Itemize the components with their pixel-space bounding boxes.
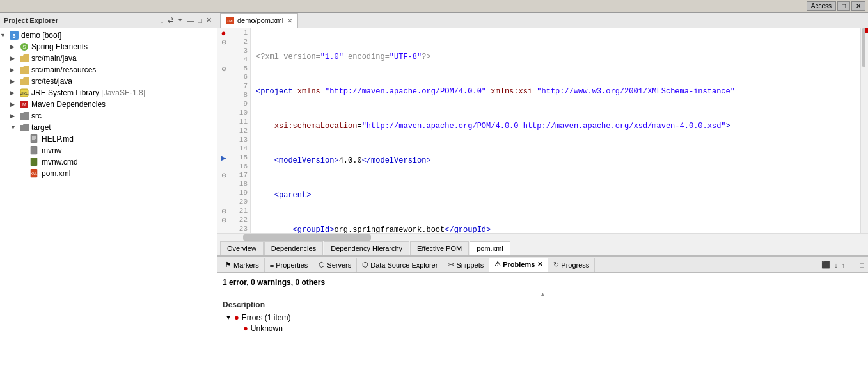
- close-button[interactable]: ✕: [851, 1, 865, 11]
- new-button[interactable]: ✦: [176, 16, 184, 24]
- problems-minimize-button[interactable]: —: [848, 261, 857, 269]
- pom-tab-effective-pom[interactable]: Effective POM: [410, 241, 469, 256]
- maven-icon: M: [19, 99, 29, 110]
- gutter-13: [217, 135, 230, 144]
- bottom-tab-snippets[interactable]: ✂ Snippets: [443, 258, 489, 272]
- problems-collapse-button[interactable]: ↓: [833, 261, 839, 269]
- tree-arrow-src-main-resources[interactable]: ▶: [10, 67, 19, 73]
- svg-text:XML: XML: [31, 172, 38, 175]
- gutter-fold-5[interactable]: ⊖: [217, 65, 230, 74]
- pom-tab-dependencies[interactable]: Dependencies: [264, 241, 323, 256]
- code-line-2: <project xmlns="http://maven.apache.org/…: [256, 86, 855, 97]
- problems-maximize-button[interactable]: □: [858, 261, 865, 269]
- tree-item-target[interactable]: ▼ target: [0, 122, 217, 133]
- bottom-tab-servers[interactable]: ⬡ Servers: [313, 258, 357, 272]
- tree-arrow-maven-deps[interactable]: ▶: [10, 101, 19, 108]
- bottom-tab-markers[interactable]: ⚑ Markers: [220, 258, 265, 272]
- tree-item-src-main-java[interactable]: ▶ src/main/java: [0, 53, 217, 64]
- pom-tab-dependency-hierarchy[interactable]: Dependency Hierarchy: [324, 241, 409, 256]
- spring-icon: S: [19, 42, 29, 52]
- tree-item-mvnw[interactable]: ▶ mvnw: [0, 145, 217, 156]
- editor-tab-pomxml[interactable]: XML demo/pom.xml ✕: [220, 13, 298, 28]
- gutter-fold-21[interactable]: ⊖: [217, 206, 230, 215]
- horizontal-scrollbar[interactable]: [217, 233, 868, 241]
- gutter-8: [217, 91, 230, 100]
- gutter-11: [217, 118, 230, 127]
- panel-actions: ↓ ⇄ ✦ — □ ✕: [159, 16, 213, 24]
- tree-item-mvnwcmd[interactable]: ▶ mvnw.cmd: [0, 156, 217, 168]
- gutter-9: [217, 100, 230, 109]
- errors-expand-arrow[interactable]: ▼: [225, 314, 232, 321]
- datasource-icon: ⬡: [362, 261, 368, 269]
- gutter-fold-17[interactable]: ⊖: [217, 171, 230, 180]
- tree-arrow-target[interactable]: ▼: [10, 124, 19, 131]
- bottom-tab-properties[interactable]: ≡ Properties: [265, 258, 314, 272]
- error-item-icon: ●: [243, 323, 248, 333]
- gutter-fold-22[interactable]: ⊖: [217, 215, 230, 224]
- tree-item-jre[interactable]: ▶ JRE JRE System Library [JavaSE-1.8]: [0, 87, 217, 99]
- gutter-6: [217, 73, 230, 82]
- vertical-scrollbar[interactable]: [860, 28, 868, 233]
- problems-icon: ⚠: [494, 260, 501, 268]
- pom-tab-overview[interactable]: Overview: [220, 241, 264, 256]
- line-num-8: 8: [230, 90, 250, 99]
- tree-item-demo[interactable]: ▼ 5 demo [boot]: [0, 29, 217, 41]
- code-editor[interactable]: ● ⊖ ⊖ ▶ ⊖ ⊖ ⊖: [217, 28, 868, 233]
- svg-rect-12: [31, 146, 37, 154]
- pom-tab-pomxml[interactable]: pom.xml: [470, 241, 510, 256]
- minimize-panel-button[interactable]: —: [185, 16, 195, 24]
- svg-text:XML: XML: [227, 19, 234, 23]
- tree-arrow-src-test-java[interactable]: ▶: [10, 78, 19, 85]
- code-lines[interactable]: <?xml version="1.0" encoding="UTF-8"?> <…: [251, 28, 860, 233]
- problems-filter-button[interactable]: ⬛: [820, 261, 832, 269]
- tree-arrow-demo[interactable]: ▼: [0, 32, 9, 38]
- folder-test-icon: [19, 76, 29, 86]
- maximize-panel-button[interactable]: □: [196, 16, 203, 24]
- datasource-label: Data Source Explorer: [370, 261, 438, 269]
- code-line-5: <parent>: [256, 190, 855, 201]
- bottom-tab-progress[interactable]: ↻ Progress: [548, 258, 595, 272]
- snippets-label: Snippets: [456, 261, 484, 269]
- access-button[interactable]: Access: [807, 1, 836, 11]
- collapse-all-button[interactable]: ↓: [159, 16, 166, 24]
- maximize-button[interactable]: □: [837, 1, 850, 11]
- gutter-fold-2[interactable]: ⊖: [217, 38, 230, 47]
- project-explorer-title: Project Explorer: [4, 17, 58, 24]
- gutter-10: [217, 109, 230, 118]
- error-item-unknown[interactable]: ● Unknown: [223, 323, 863, 334]
- errors-label: Errors (1 item): [242, 313, 291, 322]
- link-editor-button[interactable]: ⇄: [166, 16, 175, 24]
- tree-item-helpmd[interactable]: ▶ HELP.md: [0, 133, 217, 145]
- tree-item-src[interactable]: ▶ src: [0, 110, 217, 122]
- problems-expand-button[interactable]: ↑: [840, 261, 847, 269]
- line-num-17: 17: [230, 171, 250, 180]
- folder-icon: [19, 53, 29, 63]
- gutter-18: [217, 180, 230, 189]
- errors-group[interactable]: ▼ ● Errors (1 item): [223, 312, 863, 323]
- tree-item-src-test-java[interactable]: ▶ src/test/java: [0, 76, 217, 87]
- tree-arrow-jre[interactable]: ▶: [10, 90, 19, 96]
- tree-arrow-src[interactable]: ▶: [10, 113, 19, 119]
- tree-arrow-spring[interactable]: ▶: [10, 44, 19, 50]
- close-panel-button[interactable]: ✕: [205, 16, 213, 24]
- bottom-tab-datasource[interactable]: ⬡ Data Source Explorer: [357, 258, 443, 272]
- snippets-icon: ✂: [448, 261, 454, 269]
- problems-tree: ▼ ● Errors (1 item) ● Unknown: [223, 311, 863, 335]
- line-num-5: 5: [230, 64, 250, 73]
- problems-close-icon[interactable]: ✕: [537, 261, 542, 268]
- tree-item-spring[interactable]: ▶ S Spring Elements: [0, 41, 217, 53]
- tree-label-pomxml: pom.xml: [42, 169, 70, 178]
- tab-close-button[interactable]: ✕: [287, 17, 292, 24]
- tree-item-pomxml[interactable]: ▶ XML pom.xml: [0, 168, 217, 179]
- h-scroll-thumb[interactable]: [243, 234, 371, 241]
- line-num-1: 1: [230, 28, 250, 37]
- tree-label-spring: Spring Elements: [31, 42, 88, 51]
- tree-arrow-src-main-java[interactable]: ▶: [10, 55, 19, 61]
- tree-item-src-main-resources[interactable]: ▶ src/main/resources: [0, 64, 217, 76]
- tree-item-maven-deps[interactable]: ▶ M Maven Dependencies: [0, 99, 217, 110]
- bottom-tab-problems[interactable]: ⚠ Problems ✕: [489, 258, 548, 272]
- gutter-20: [217, 197, 230, 206]
- line-num-6: 6: [230, 73, 250, 82]
- line-numbers: 1 2 3 4 5 6 7 8 9 10 11 12 13 14 15 16 1…: [230, 28, 251, 233]
- line-num-16: 16: [230, 162, 250, 171]
